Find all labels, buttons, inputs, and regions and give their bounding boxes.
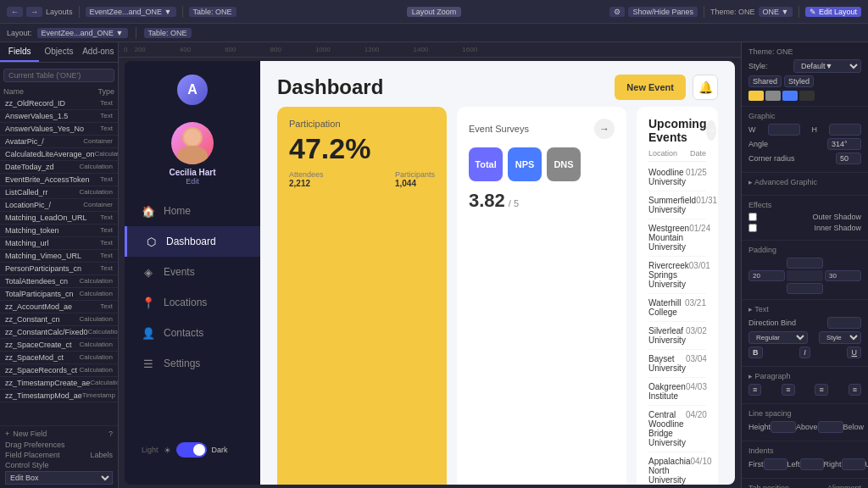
list-item[interactable]: PersonParticipants_cnText bbox=[0, 263, 118, 275]
align-justify-btn[interactable]: ≡ bbox=[849, 384, 861, 396]
top-padding-input[interactable] bbox=[787, 258, 823, 269]
align-center-btn[interactable]: ≡ bbox=[782, 384, 794, 396]
color-swatch-blue[interactable] bbox=[782, 91, 798, 101]
table-row[interactable]: Central Woodline Bridge University04/20 bbox=[648, 406, 706, 452]
list-item[interactable]: TotalAttendees_cnCalculation bbox=[0, 275, 118, 288]
tab-objects[interactable]: Objects bbox=[39, 42, 78, 62]
nps-btn[interactable]: NPS bbox=[508, 147, 542, 181]
table-row[interactable]: Oakgreen Institute04/03 bbox=[648, 378, 706, 406]
theme-dropdown[interactable]: ONE ▼ bbox=[759, 7, 793, 17]
bold-btn[interactable]: B bbox=[748, 347, 763, 358]
first-indent[interactable] bbox=[764, 458, 787, 470]
list-item[interactable]: ListCalled_rrCalculation bbox=[0, 186, 118, 199]
right-indent[interactable] bbox=[842, 458, 865, 470]
total-btn[interactable]: Total bbox=[469, 147, 503, 181]
color-swatch-gray[interactable] bbox=[765, 91, 781, 101]
left-padding-input[interactable] bbox=[748, 270, 785, 281]
align-right-btn[interactable]: ≡ bbox=[815, 384, 827, 396]
list-item[interactable]: zz_ConstantCalc/Fixed0Calculation bbox=[0, 326, 118, 339]
nav-item-home[interactable]: 🏠 Home bbox=[125, 196, 260, 226]
nav-item-events[interactable]: ◈ Events bbox=[125, 257, 260, 287]
show-hide-btn[interactable]: Show/Hide Panes bbox=[628, 7, 698, 17]
underline-btn[interactable]: U bbox=[847, 347, 861, 358]
list-item[interactable]: zz_TimestampMod_aeTimestamp bbox=[0, 390, 118, 402]
list-item[interactable]: zz_Constant_cnCalculation bbox=[0, 313, 118, 326]
list-item[interactable]: LocationPic_/Container bbox=[0, 199, 118, 212]
edit-layout-btn[interactable]: ✎ Edit Layout bbox=[805, 7, 861, 17]
list-item[interactable]: zz_SpaceMod_ctCalculation bbox=[0, 352, 118, 364]
styled-btn[interactable]: Styled bbox=[784, 75, 814, 87]
tab-addons[interactable]: Add-ons bbox=[79, 42, 118, 62]
back-btn[interactable]: ← bbox=[7, 7, 23, 17]
list-item[interactable]: zz_SpaceCreate_ctCalculation bbox=[0, 339, 118, 352]
left-indent[interactable] bbox=[800, 458, 824, 470]
list-item[interactable]: Matching_LeadOn_URLText bbox=[0, 212, 118, 225]
effects-title: Effects bbox=[748, 201, 861, 209]
table-row[interactable]: Waterhill College03/21 bbox=[648, 294, 706, 322]
height-input[interactable] bbox=[771, 421, 796, 433]
table-row[interactable]: Silverleaf University03/02 bbox=[648, 322, 706, 350]
table-row[interactable]: Summerfield University01/31 bbox=[648, 191, 706, 219]
spacing-row: Height Above Below bbox=[748, 421, 861, 433]
list-item[interactable]: zz_AccountMod_aeText bbox=[0, 301, 118, 313]
list-item[interactable]: AnswerValues_Yes_NoText bbox=[0, 123, 118, 136]
color-swatch-yellow[interactable] bbox=[748, 91, 764, 101]
style-select[interactable]: Style bbox=[819, 331, 861, 344]
new-field-btn[interactable]: + New Field ? bbox=[5, 430, 113, 438]
h-input[interactable] bbox=[829, 124, 861, 136]
settings-btn[interactable]: ⚙ bbox=[609, 7, 625, 17]
control-style-select[interactable]: Edit Box bbox=[5, 471, 113, 485]
list-item[interactable]: zz_OldRecord_IDText bbox=[0, 97, 118, 110]
right-style-select[interactable]: Default▼ bbox=[793, 59, 861, 73]
font-select[interactable]: Regular bbox=[748, 331, 808, 344]
user-edit-link[interactable]: Edit bbox=[186, 177, 199, 186]
nav-item-contacts[interactable]: 👤 Contacts bbox=[125, 318, 260, 348]
participation-stats: Attendees 2,212 Participants 1,044 bbox=[289, 170, 435, 188]
nav-item-settings[interactable]: ☰ Settings bbox=[125, 348, 260, 379]
nav-item-dashboard[interactable]: ⬡ Dashboard bbox=[125, 226, 260, 257]
layout-dropdown[interactable]: EventZee...and_ONE ▼ bbox=[37, 28, 128, 38]
table-row[interactable]: Westgreen Mountain University01/24 bbox=[648, 219, 706, 257]
upcoming-arrow-btn[interactable]: → bbox=[706, 120, 716, 141]
list-item[interactable]: AnswerValues_1.5Text bbox=[0, 110, 118, 123]
table-row[interactable]: Woodline University01/25 bbox=[648, 164, 706, 191]
list-item[interactable]: CalculatedLiteAverage_onCalculation bbox=[0, 148, 118, 161]
list-item[interactable]: Matching_tokenText bbox=[0, 225, 118, 237]
notification-button[interactable]: 🔔 bbox=[693, 75, 718, 100]
outer-shadow-check[interactable] bbox=[748, 213, 757, 221]
color-swatch-dark[interactable] bbox=[799, 91, 815, 101]
italic-btn[interactable]: I bbox=[799, 347, 810, 358]
table-label[interactable]: Table: ONE bbox=[144, 28, 192, 38]
tab-fields[interactable]: Fields bbox=[0, 42, 39, 62]
table-row[interactable]: Bayset University03/04 bbox=[648, 350, 706, 378]
table-row[interactable]: Rivercreek Springs University03/01 bbox=[648, 257, 706, 294]
fields-search-input[interactable] bbox=[3, 69, 114, 82]
forward-btn[interactable]: → bbox=[26, 7, 42, 17]
direction-input[interactable] bbox=[827, 317, 861, 329]
w-input[interactable] bbox=[768, 124, 800, 136]
table-selector[interactable]: Table: ONE bbox=[189, 7, 236, 17]
list-item[interactable]: zz_TimestampCreate_aeCalculation bbox=[0, 377, 118, 390]
list-item[interactable]: zz_SpaceRecords_ctCalculation bbox=[0, 364, 118, 377]
nav-item-locations[interactable]: 📍 Locations bbox=[125, 287, 260, 318]
list-item[interactable]: Matching_urlText bbox=[0, 237, 118, 250]
right-padding-input[interactable] bbox=[825, 270, 861, 281]
align-left-btn[interactable]: ≡ bbox=[748, 384, 761, 396]
list-item[interactable]: Matching_Vimeo_URLText bbox=[0, 250, 118, 263]
new-event-button[interactable]: New Event bbox=[615, 75, 686, 100]
list-item[interactable]: EventBrite_AccessTokenText bbox=[0, 174, 118, 186]
list-item[interactable]: TotalParticipants_cnCalculation bbox=[0, 288, 118, 301]
corner-input[interactable] bbox=[836, 152, 861, 164]
layout-selector[interactable]: EventZee...and_ONE ▼ bbox=[86, 7, 176, 17]
list-item[interactable]: DateToday_zdCalculation bbox=[0, 161, 118, 174]
bottom-padding-input[interactable] bbox=[787, 283, 823, 294]
list-item[interactable]: AvatarPic_/Container bbox=[0, 136, 118, 148]
shared-btn[interactable]: Shared bbox=[748, 75, 782, 87]
dns-btn[interactable]: DNS bbox=[547, 147, 581, 181]
angle-input[interactable] bbox=[827, 138, 861, 150]
dark-mode-toggle[interactable] bbox=[176, 442, 207, 458]
table-row[interactable]: Appalachia North University04/10 bbox=[648, 452, 706, 485]
above-input[interactable] bbox=[818, 421, 843, 433]
inner-shadow-check[interactable] bbox=[748, 224, 757, 232]
surveys-arrow-btn[interactable]: → bbox=[594, 119, 615, 139]
